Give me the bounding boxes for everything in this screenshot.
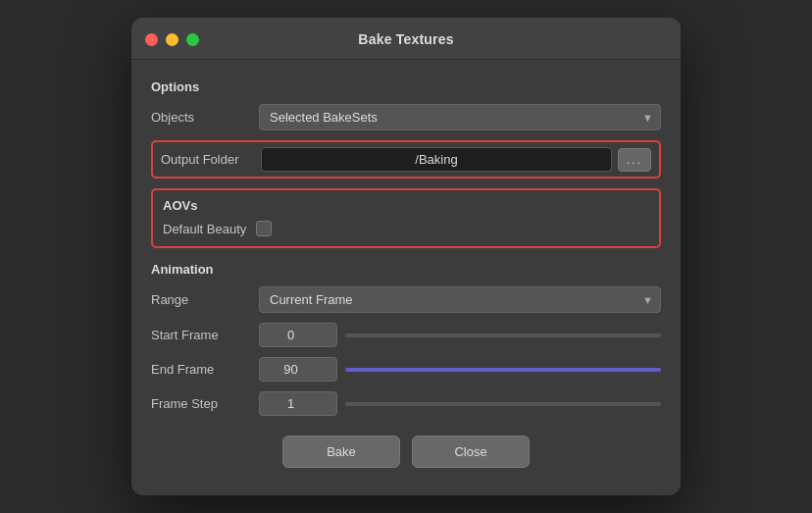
close-button[interactable]: Close (412, 436, 530, 468)
default-beauty-label: Default Beauty (163, 222, 246, 236)
dialog-footer: Bake Close (151, 432, 661, 476)
window-close-button[interactable] (145, 33, 158, 46)
end-frame-slider[interactable] (345, 368, 661, 372)
dialog-title: Bake Textures (358, 31, 453, 47)
frame-step-slider[interactable] (345, 402, 661, 406)
start-frame-label: Start Frame (151, 328, 259, 342)
start-frame-control (259, 323, 661, 347)
default-beauty-checkbox[interactable] (256, 221, 272, 236)
window-controls (145, 33, 199, 46)
animation-section-header: Animation (151, 262, 661, 277)
start-frame-row: Start Frame (151, 323, 661, 347)
range-select[interactable]: Current Frame Start/End Render Settings (259, 286, 661, 313)
window-maximize-button[interactable] (186, 33, 199, 46)
end-frame-row: End Frame (151, 357, 661, 382)
frame-step-control (259, 391, 661, 416)
folder-browse-button[interactable]: ... (618, 148, 651, 172)
end-frame-input[interactable] (259, 357, 337, 382)
frame-step-label: Frame Step (151, 396, 259, 411)
options-section-header: Options (151, 79, 661, 94)
dialog-body: Options Objects Selected BakeSets All Ba… (131, 60, 681, 495)
bake-button[interactable]: Bake (282, 436, 400, 468)
range-row: Range Current Frame Start/End Render Set… (151, 286, 661, 313)
bake-textures-dialog: Bake Textures Options Objects Selected B… (131, 18, 681, 495)
output-folder-input[interactable] (261, 147, 612, 172)
range-select-wrapper: Current Frame Start/End Render Settings … (259, 286, 661, 313)
title-bar: Bake Textures (131, 18, 681, 60)
output-folder-row: Output Folder ... (151, 140, 661, 179)
aovs-section: AOVs Default Beauty (151, 188, 661, 248)
output-folder-label: Output Folder (161, 152, 261, 167)
default-beauty-row: Default Beauty (163, 221, 649, 236)
objects-label: Objects (151, 110, 259, 125)
end-frame-control (259, 357, 661, 382)
objects-select-wrapper: Selected BakeSets All BakeSets ▼ (259, 104, 661, 130)
animation-section: Animation Range Current Frame Start/End … (151, 262, 661, 416)
objects-row: Objects Selected BakeSets All BakeSets ▼ (151, 104, 661, 130)
aovs-section-header: AOVs (163, 198, 649, 213)
frame-step-input[interactable] (259, 391, 337, 416)
window-minimize-button[interactable] (166, 33, 178, 46)
folder-input-wrap: ... (261, 147, 651, 172)
start-frame-input[interactable] (259, 323, 337, 347)
objects-select[interactable]: Selected BakeSets All BakeSets (259, 104, 661, 130)
end-frame-label: End Frame (151, 362, 259, 377)
frame-step-row: Frame Step (151, 391, 661, 416)
output-folder-inner-row: Output Folder ... (161, 147, 651, 172)
range-label: Range (151, 292, 259, 307)
start-frame-slider[interactable] (345, 333, 661, 337)
